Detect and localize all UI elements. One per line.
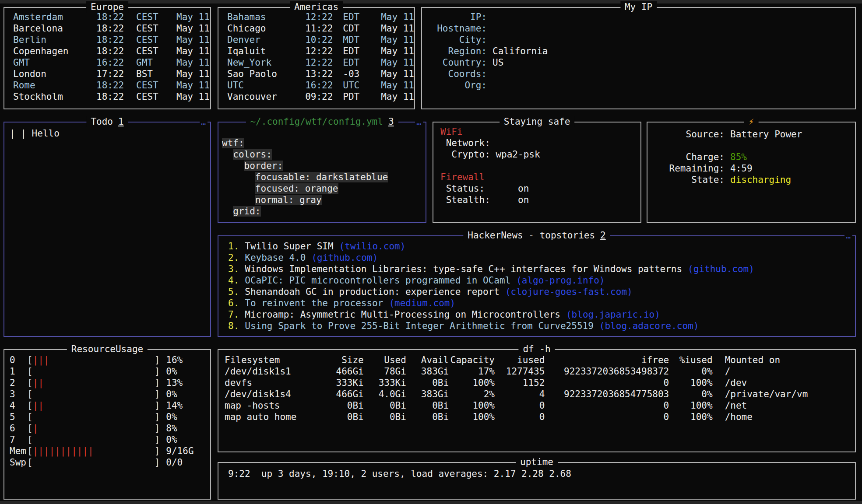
cpu-meter-row: 4[||]14% [10, 400, 210, 411]
clock-row: Vancouver09:22PDTMay 11 [227, 91, 414, 102]
clock-city: Rome [13, 80, 96, 91]
clock-time: 13:22 [305, 68, 337, 80]
df-cell: 0Bi [406, 400, 449, 411]
story-title: Windows Implementation Libraries: type-s… [245, 264, 682, 274]
config-indent [222, 172, 255, 182]
ip-label: City: [426, 34, 487, 46]
config-indent [222, 149, 233, 160]
df-cell: /dev/disk1s4 [225, 388, 316, 400]
panel-power: ⚡ Source:Battery Power Charge:85% Remain… [647, 122, 856, 223]
more-indicator-icon: … [844, 230, 852, 242]
story-title: Keybase 4.0 [245, 252, 306, 263]
story-title: Shenandoah GC in production: experience … [245, 287, 500, 297]
panel-df: df -h FilesystemSizeUsedAvailCapacityius… [218, 349, 856, 452]
df-cell: 0Bi [316, 411, 364, 423]
df-row: map auto_home0Bi0Bi0Bi100%00100%/home [225, 411, 855, 423]
story-domain-link[interactable]: (algo-prog.info) [516, 275, 605, 286]
hackernews-story[interactable]: 4.OCaPIC: PIC microcontrollers programme… [228, 275, 855, 286]
clock-time: 12:22 [305, 11, 337, 23]
clock-zone: BST [136, 68, 172, 80]
df-cell: 100% [669, 377, 712, 388]
clock-date: May 11 [381, 80, 414, 91]
df-cell: 0 [545, 377, 669, 388]
clock-date: May 11 [381, 68, 414, 80]
clock-time: 18:22 [96, 11, 130, 23]
clock-city: UTC [227, 80, 305, 91]
story-domain-link[interactable]: (twilio.com) [339, 241, 406, 252]
meter-value: 0/0 [166, 457, 183, 468]
hackernews-story[interactable]: 2.Keybase 4.0(github.com) [228, 252, 855, 263]
hackernews-story[interactable]: 1.Twilio Super SIM(twilio.com) [228, 241, 855, 252]
df-cell: 9223372036854775803 [545, 388, 669, 400]
blank-line [667, 140, 855, 151]
story-domain-link[interactable]: (blog.adacore.com) [599, 321, 699, 331]
hackernews-story-list: 1.Twilio Super SIM(twilio.com) 2.Keybase… [218, 236, 855, 332]
hackernews-story[interactable]: 6.To reinvent the processor(medium.com) [228, 298, 855, 309]
panel-resource-usage: ResourceUsage 0[|||]16% 1[]0% 2[||]13% 3… [4, 349, 211, 500]
df-cell: 383Gi [406, 388, 449, 400]
clock-date: May 11 [381, 57, 414, 68]
panel-title-my-ip: My IP [620, 1, 657, 13]
story-number: 4. [228, 275, 239, 286]
window-edge-top [0, 0, 862, 4]
df-cell: 0% [669, 366, 712, 377]
power-value: Battery Power [730, 129, 802, 140]
df-header-cell: Used [364, 354, 406, 366]
panel-todo[interactable]: Todo1 … | | Hello [4, 122, 211, 337]
clock-time: 10:22 [305, 34, 337, 46]
meter-label: Swp [10, 457, 27, 468]
meter-value: 13% [166, 377, 183, 388]
panel-title-staying-safe: Staying safe [500, 116, 575, 127]
clock-date: May 11 [176, 91, 210, 102]
panel-title-resource-usage: ResourceUsage [67, 343, 148, 355]
story-domain-link[interactable]: (github.com) [311, 252, 378, 263]
df-cell: 4 [495, 388, 545, 400]
ip-row: City: [426, 34, 855, 46]
clock-date: May 11 [176, 57, 210, 68]
panel-title-todo: Todo1 [86, 116, 128, 127]
clock-city: Berlin [13, 34, 96, 46]
meter-bars: ||| [33, 354, 155, 366]
panel-hackernews[interactable]: HackerNews - topstories2 … 1.Twilio Supe… [218, 235, 856, 337]
story-title: Using Spark to Prove 255-Bit Integer Ari… [245, 321, 594, 331]
clock-city: New_York [227, 57, 305, 68]
panel-title-uptime: uptime [516, 456, 558, 468]
clock-zone: -03 [343, 68, 376, 80]
ip-row: Hostname: [426, 23, 855, 34]
story-domain-link[interactable]: (clojure-goes-fast.com) [505, 287, 633, 297]
meter-value: 0% [166, 434, 177, 445]
power-label: Remaining: [667, 163, 725, 174]
power-label: Charge: [667, 151, 725, 163]
power-state-value: discharging [730, 174, 791, 186]
ip-label: Hostname: [426, 23, 487, 34]
panel-clocks-americas: Americas Bahamas12:22EDTMay 11 Chicago11… [218, 7, 415, 109]
config-line: focused: orange [222, 183, 426, 194]
swap-meter-row: Swp[]0/0 [10, 457, 210, 468]
uptime-text: 9:22 up 3 days, 19:10, 2 users, load ave… [228, 468, 855, 480]
security-info: WiFi Network: Crypto: wpa2-psk Firewall … [433, 122, 640, 206]
df-row: map -hosts0Bi0Bi0Bi100%00100%/net [225, 400, 855, 411]
config-indent [222, 161, 244, 171]
df-header-cell: Avail [406, 354, 449, 366]
panel-config-file[interactable]: ~/.config/wtf/config.yml3 … wtf: colors:… [218, 122, 426, 223]
story-domain-link[interactable]: (blog.japaric.io) [566, 309, 660, 320]
meter-label: 7 [10, 434, 27, 445]
todo-item[interactable]: | | Hello [10, 128, 210, 139]
resource-usage-meters: 0[|||]16% 1[]0% 2[||]13% 3[]0% 4[||]14% … [4, 350, 210, 468]
config-indent [222, 183, 255, 194]
story-domain-link[interactable]: (github.com) [688, 264, 754, 274]
ip-row: Region:California [426, 46, 855, 57]
clock-row: Bahamas12:22EDTMay 11 [227, 11, 414, 23]
hackernews-story[interactable]: 7.Microamp: Asymmetric Multi-Processing … [228, 309, 855, 320]
clock-city: Chicago [227, 23, 305, 34]
story-domain-link[interactable]: (medium.com) [389, 298, 455, 308]
hackernews-story[interactable]: 8.Using Spark to Prove 255-Bit Integer A… [228, 320, 855, 332]
meter-bars: | [33, 423, 155, 434]
power-remaining-value: 4:59 [730, 163, 753, 174]
story-number: 8. [228, 321, 239, 331]
hackernews-story[interactable]: 3.Windows Implementation Libraries: type… [228, 263, 855, 275]
df-cell: 383Gi [406, 366, 449, 377]
clock-city: Denver [227, 34, 305, 46]
clock-date: May 11 [381, 91, 414, 102]
hackernews-story[interactable]: 5.Shenandoah GC in production: experienc… [228, 286, 855, 298]
